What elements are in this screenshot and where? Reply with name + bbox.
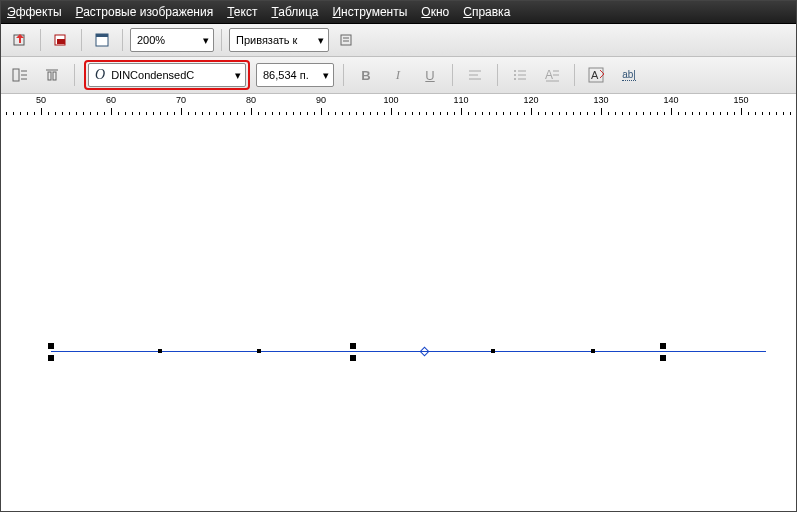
selection-center-icon[interactable] bbox=[420, 347, 430, 357]
separator bbox=[74, 64, 75, 86]
dropcap-button[interactable]: A bbox=[539, 62, 565, 88]
separator bbox=[40, 29, 41, 51]
font-italic-o-icon: O bbox=[95, 67, 105, 83]
font-family-highlight: O DINCondensedC ▾ bbox=[84, 60, 250, 90]
underline-button[interactable]: U bbox=[417, 62, 443, 88]
selection-node[interactable] bbox=[158, 349, 162, 353]
ruler-label: 100 bbox=[383, 95, 398, 105]
separator bbox=[221, 29, 222, 51]
align-distribute-button[interactable] bbox=[39, 62, 65, 88]
selection-node[interactable] bbox=[257, 349, 261, 353]
ruler-label: 110 bbox=[453, 95, 468, 105]
bullet-list-button[interactable] bbox=[507, 62, 533, 88]
font-family-value: DINCondensedC bbox=[111, 69, 194, 81]
font-size-combo[interactable]: 86,534 п. ▾ bbox=[256, 63, 334, 87]
svg-rect-2 bbox=[57, 39, 65, 44]
svg-point-18 bbox=[514, 70, 516, 72]
menu-text[interactable]: Текст bbox=[227, 5, 257, 19]
separator bbox=[452, 64, 453, 86]
align-horizontal-button[interactable] bbox=[462, 62, 488, 88]
selection-handle[interactable] bbox=[350, 343, 356, 349]
svg-point-22 bbox=[514, 78, 516, 80]
zoom-level-combo[interactable]: 200% ▾ bbox=[130, 28, 214, 52]
chevron-down-icon: ▾ bbox=[229, 69, 241, 82]
snap-to-label: Привязать к bbox=[236, 34, 297, 46]
snap-to-combo[interactable]: Привязать к ▾ bbox=[229, 28, 329, 52]
font-family-combo[interactable]: O DINCondensedC ▾ bbox=[88, 63, 246, 87]
ruler-label: 80 bbox=[246, 95, 256, 105]
font-size-value: 86,534 п. bbox=[263, 69, 309, 81]
selection-handle[interactable] bbox=[48, 355, 54, 361]
svg-rect-14 bbox=[53, 72, 56, 80]
selection-handle[interactable] bbox=[660, 343, 666, 349]
selection-handle[interactable] bbox=[350, 355, 356, 361]
options-button[interactable] bbox=[333, 27, 359, 53]
italic-button[interactable]: I bbox=[385, 62, 411, 88]
svg-rect-4 bbox=[96, 34, 108, 37]
separator bbox=[343, 64, 344, 86]
selection-handle[interactable] bbox=[660, 355, 666, 361]
selection-handle[interactable] bbox=[48, 343, 54, 349]
separator bbox=[122, 29, 123, 51]
app-window: Эффекты Растровые изображения Текст Табл… bbox=[0, 0, 797, 512]
menubar: Эффекты Растровые изображения Текст Табл… bbox=[1, 1, 796, 24]
svg-point-20 bbox=[514, 74, 516, 76]
menu-table[interactable]: Таблица bbox=[271, 5, 318, 19]
separator bbox=[574, 64, 575, 86]
ruler-label: 140 bbox=[663, 95, 678, 105]
toolbar-text: O DINCondensedC ▾ 86,534 п. ▾ B I U A A bbox=[1, 57, 796, 94]
ruler-label: 150 bbox=[733, 95, 748, 105]
ruler-label: 130 bbox=[593, 95, 608, 105]
align-reflow-button[interactable] bbox=[7, 62, 33, 88]
svg-text:A: A bbox=[545, 68, 553, 82]
fullscreen-button[interactable] bbox=[89, 27, 115, 53]
separator bbox=[81, 29, 82, 51]
ruler-label: 90 bbox=[316, 95, 326, 105]
svg-rect-5 bbox=[341, 35, 351, 45]
menu-help[interactable]: Справка bbox=[463, 5, 510, 19]
menu-bitmaps[interactable]: Растровые изображения bbox=[76, 5, 214, 19]
ruler-label: 60 bbox=[106, 95, 116, 105]
chevron-down-icon: ▾ bbox=[312, 34, 324, 47]
menu-tools[interactable]: Инструменты bbox=[332, 5, 407, 19]
separator bbox=[497, 64, 498, 86]
selection-node[interactable] bbox=[491, 349, 495, 353]
menu-window[interactable]: Окно bbox=[421, 5, 449, 19]
menu-effects[interactable]: Эффекты bbox=[7, 5, 62, 19]
chevron-down-icon: ▾ bbox=[317, 69, 329, 82]
ruler-label: 50 bbox=[36, 95, 46, 105]
chevron-down-icon: ▾ bbox=[197, 34, 209, 47]
ruler-label: 70 bbox=[176, 95, 186, 105]
zoom-level-value: 200% bbox=[137, 34, 165, 46]
edit-text-button[interactable]: ab| bbox=[616, 62, 642, 88]
toolbar-standard: 200% ▾ Привязать к ▾ bbox=[1, 24, 796, 57]
horizontal-ruler[interactable]: 405060708090100110120130140150160170 bbox=[1, 94, 796, 117]
drawing-canvas[interactable] bbox=[1, 115, 796, 511]
svg-rect-13 bbox=[48, 72, 51, 80]
publish-pdf-button[interactable] bbox=[48, 27, 74, 53]
selection-node[interactable] bbox=[591, 349, 595, 353]
character-formatting-button[interactable]: A bbox=[584, 62, 610, 88]
ruler-label: 120 bbox=[523, 95, 538, 105]
export-button[interactable] bbox=[7, 27, 33, 53]
svg-text:A: A bbox=[591, 69, 599, 81]
bold-button[interactable]: B bbox=[353, 62, 379, 88]
svg-rect-8 bbox=[13, 69, 19, 81]
